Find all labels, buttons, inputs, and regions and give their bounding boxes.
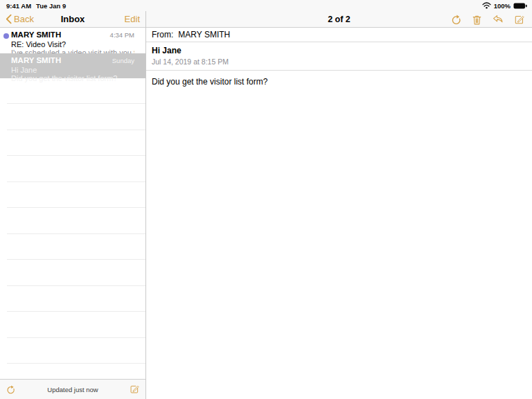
- main-content: Back Inbox Edit MARY SMITH 4:34 PM RE: V…: [0, 11, 532, 399]
- empty-list-row: [0, 208, 145, 234]
- refresh-button[interactable]: [450, 14, 462, 26]
- battery-icon: [513, 3, 527, 9]
- detail-nav-bar: 2 of 2: [146, 11, 532, 28]
- email-time: 4:34 PM: [110, 30, 134, 39]
- empty-list-row: [0, 104, 145, 130]
- empty-list-row: [0, 78, 145, 105]
- email-list: MARY SMITH 4:34 PM RE: Video Visit? I've…: [0, 28, 145, 379]
- status-right: 100%: [482, 2, 527, 10]
- message-date: Jul 14, 2019 at 8:15 PM: [152, 57, 526, 66]
- list-spacer: [0, 364, 145, 379]
- message-detail-pane: 2 of 2: [146, 11, 532, 399]
- email-subject: Hi Jane: [11, 66, 134, 74]
- unread-dot: [3, 33, 9, 39]
- empty-list-row: [0, 234, 145, 260]
- email-subject: RE: Video Visit?: [11, 40, 134, 48]
- reply-icon: [492, 14, 504, 25]
- empty-list-row: [0, 156, 145, 182]
- mail-app-screen: 9:41 AM Tue Jan 9 100%: [0, 0, 532, 399]
- email-sender: MARY SMITH: [11, 30, 61, 39]
- empty-list-row: [0, 338, 145, 364]
- compose-button[interactable]: [129, 384, 140, 395]
- refresh-icon: [6, 384, 16, 395]
- message-body: Did you get the visitor list form?: [146, 71, 532, 94]
- message-counter: 2 of 2: [328, 15, 351, 24]
- battery-percent: 100%: [494, 2, 511, 10]
- subject-block: Hi Jane Jul 14, 2019 at 8:15 PM: [146, 42, 532, 71]
- from-row: From: MARY SMITH: [146, 28, 532, 42]
- toolbar-left: [6, 384, 47, 395]
- trash-button[interactable]: [471, 14, 483, 26]
- from-label: From:: [152, 30, 173, 39]
- empty-list-row: [0, 130, 145, 157]
- detail-actions: [450, 11, 525, 28]
- reply-button[interactable]: [492, 14, 504, 25]
- sidebar-nav-bar: Back Inbox Edit: [0, 11, 145, 28]
- refresh-icon: [450, 14, 462, 26]
- compose-button[interactable]: [513, 14, 525, 26]
- email-row-header: MARY SMITH Sunday: [11, 56, 134, 65]
- mailbox-title: Inbox: [61, 14, 85, 24]
- refresh-button[interactable]: [6, 384, 16, 395]
- email-row-header: MARY SMITH 4:34 PM: [11, 30, 134, 39]
- email-time: Sunday: [112, 56, 134, 65]
- compose-icon: [129, 384, 140, 395]
- empty-list-row: [0, 260, 145, 286]
- status-time: 9:41 AM: [6, 2, 31, 10]
- email-sender: MARY SMITH: [11, 56, 61, 65]
- status-bar: 9:41 AM Tue Jan 9 100%: [0, 0, 532, 11]
- message-list-pane: Back Inbox Edit MARY SMITH 4:34 PM RE: V…: [0, 11, 146, 399]
- from-sender-name[interactable]: MARY SMITH: [178, 30, 230, 39]
- email-list-item[interactable]: MARY SMITH 4:34 PM RE: Video Visit? I've…: [0, 28, 145, 53]
- email-list-item-selected[interactable]: MARY SMITH Sunday Hi Jane Did you get th…: [0, 53, 145, 78]
- update-status: Updated just now: [47, 386, 98, 393]
- back-button[interactable]: Back: [6, 14, 61, 24]
- message-subject: Hi Jane: [152, 46, 526, 55]
- trash-icon: [471, 14, 483, 26]
- toolbar-right: [98, 384, 140, 395]
- empty-list-row: [0, 286, 145, 312]
- chevron-left-icon: [6, 14, 12, 24]
- empty-list-row: [0, 182, 145, 209]
- status-date: Tue Jan 9: [36, 2, 66, 10]
- wifi-icon: [482, 2, 491, 9]
- edit-button[interactable]: Edit: [85, 14, 140, 24]
- back-button-label: Back: [14, 14, 34, 24]
- compose-icon: [513, 14, 525, 26]
- empty-list-row: [0, 312, 145, 338]
- sidebar-toolbar: Updated just now: [0, 379, 145, 399]
- status-left: 9:41 AM Tue Jan 9: [6, 2, 66, 10]
